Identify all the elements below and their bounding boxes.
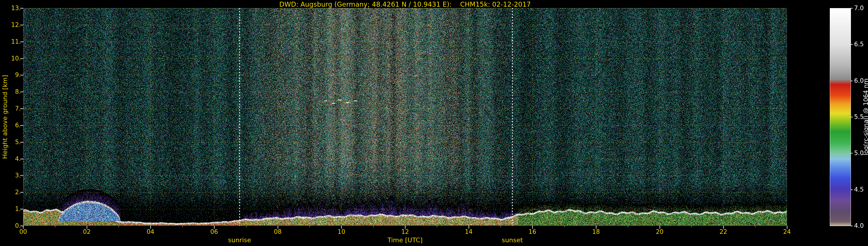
x-tick-label: 14 [465,228,473,235]
colorbar-tick-label: 6.5 [854,41,864,48]
x-tick-label: 12 [401,228,409,235]
x-tick-label: 24 [783,228,791,235]
y-axis-label: Height above ground [km] [1,75,9,159]
x-tick-label: 20 [656,228,664,235]
chart-title: DWD: Augsburg (Germany; 48.4261 N / 10.9… [279,1,531,8]
y-tick-label: 7. [0,105,21,112]
x-tick-label: 04 [147,228,155,235]
y-tick-label: 0. [0,222,21,229]
y-tick-label: 13. [0,5,21,11]
colorbar-label: log(rc-signal) @ 1064 nm [863,79,868,155]
y-tick-label: 9. [0,71,21,79]
x-tick-label: 06 [210,228,218,235]
y-tick-label: 11. [0,38,21,45]
ceilometer-figure: DWD: Augsburg (Germany; 48.4261 N / 10.9… [0,0,868,246]
y-tick-label: 12. [0,22,21,28]
x-tick-label: 00 [20,228,27,235]
colorbar-tick-label: 4.5 [854,186,864,193]
sun-event-label-sunset: sunset [502,237,523,244]
y-tick-label: 5. [0,139,21,146]
y-tick-label: 10. [0,55,21,62]
y-tick-label: 3. [0,172,21,179]
x-tick-label: 02 [83,228,91,235]
x-tick-label: 08 [274,228,282,235]
sun-event-label-sunrise: sunrise [228,237,251,244]
y-tick-label: 4. [0,155,21,162]
x-tick-label: 18 [592,228,600,235]
y-tick-label: 2. [0,189,21,196]
x-axis-label: Time [UTC] [388,237,423,244]
y-tick-label: 8. [0,88,21,95]
heatmap-canvas [0,0,868,246]
x-tick-label: 10 [338,228,345,235]
y-tick-label: 1. [0,206,21,212]
y-tick-label: 6. [0,122,21,129]
colorbar-tick-label: 4.0 [854,222,864,229]
x-tick-label: 22 [720,228,727,235]
x-tick-label: 16 [529,228,536,235]
colorbar-tick-label: 7.0 [854,5,864,11]
